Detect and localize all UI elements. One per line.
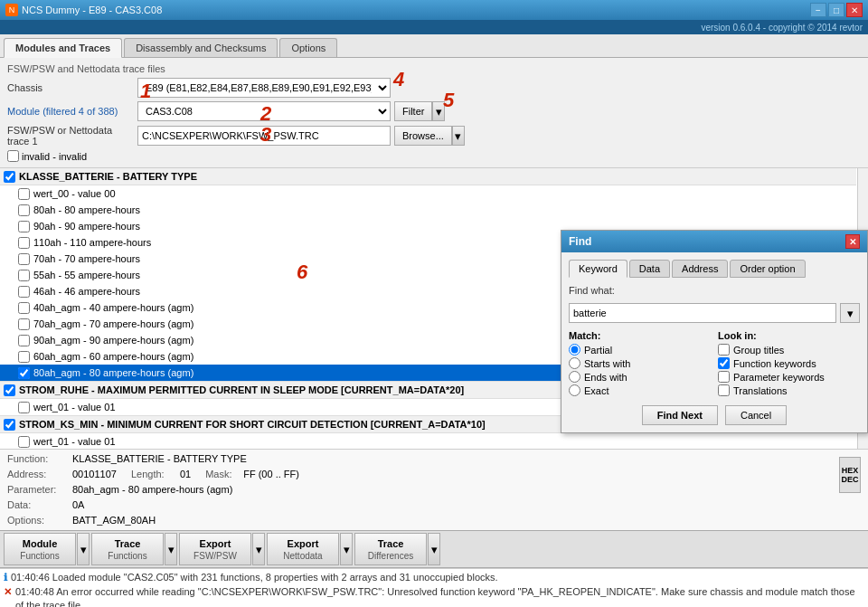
module-functions-button[interactable]: Module Functions <box>4 533 76 565</box>
module-functions-dropdown[interactable]: ▾ <box>77 533 90 565</box>
wert00-checkbox[interactable] <box>18 188 30 200</box>
info-mask-row: Mask: FF (00 .. FF) <box>205 467 299 482</box>
export-netto-line1: Export <box>288 538 319 549</box>
find-next-button[interactable]: Find Next <box>642 405 718 425</box>
data-label: Data: <box>7 498 69 513</box>
find-tab-address[interactable]: Address <box>672 260 728 278</box>
match-ends-row: Ends with <box>569 371 711 383</box>
top-section: FSW/PSW and Nettodata trace files Chassi… <box>0 58 868 168</box>
46ah-checkbox[interactable] <box>18 286 30 298</box>
mask-label: Mask: <box>205 467 240 482</box>
find-title-bar: Find ✕ <box>561 231 867 252</box>
wert01-strom-checkbox[interactable] <box>18 402 30 413</box>
function-label: Function: <box>7 451 69 467</box>
hex-dec-button[interactable]: HEX DEC <box>839 457 861 493</box>
log-entry: ✕ 01:40:48 An error occurred while readi… <box>4 585 864 607</box>
110ah-checkbox[interactable] <box>18 237 30 249</box>
lookin-parameter-checkbox[interactable] <box>718 371 730 383</box>
invalid-checkbox[interactable] <box>7 150 19 162</box>
wert01-ks-min-checkbox[interactable] <box>18 436 30 448</box>
klasse-batterie-label: KLASSE_BATTERIE - BATTERY TYPE <box>19 169 197 184</box>
90ah-checkbox[interactable] <box>18 221 30 232</box>
data-value: 0A <box>72 498 84 513</box>
chassis-select[interactable]: E89 (E81,E82,E84,E87,E88,E89,E90,E91,E92… <box>137 78 391 98</box>
trace-functions-button[interactable]: Trace Functions <box>91 533 164 565</box>
70ah-agm-checkbox[interactable] <box>18 318 30 330</box>
export-netto-line2: Nettodata <box>283 551 322 561</box>
55ah-checkbox[interactable] <box>18 270 30 281</box>
match-ends-label: Ends with <box>584 372 627 383</box>
match-ends-radio[interactable] <box>569 371 580 383</box>
list-item[interactable]: KLASSE_BATTERIE - BATTERY TYPE <box>0 168 856 185</box>
find-what-input[interactable] <box>569 303 836 323</box>
export-fsw-dropdown[interactable]: ▾ <box>252 533 265 565</box>
find-close-button[interactable]: ✕ <box>845 234 860 249</box>
lookin-group-row: Group titles <box>718 344 860 356</box>
lookin-translations-checkbox[interactable] <box>718 384 730 396</box>
lookin-parameter-label: Parameter keywords <box>733 372 825 383</box>
list-item[interactable]: 80ah - 80 ampere-hours <box>0 202 856 218</box>
module-functions-line1: Module <box>23 538 58 549</box>
address-label: Address: <box>7 467 69 482</box>
version-bar: version 0.6.0.4 - copyright © 2014 revto… <box>0 20 868 34</box>
log-area: ℹ 01:40:46 Loaded module "CAS2.C05" with… <box>0 568 868 607</box>
80ah-checkbox[interactable] <box>18 204 30 216</box>
find-dropdown-btn[interactable]: ▾ <box>840 303 860 323</box>
filter-button[interactable]: Filter <box>394 101 432 121</box>
lookin-function-checkbox[interactable] <box>718 357 730 369</box>
export-netto-dropdown[interactable]: ▾ <box>340 533 353 565</box>
module-select[interactable]: CAS3.C08 <box>137 101 391 121</box>
klasse-batterie-checkbox[interactable] <box>4 171 15 183</box>
list-item[interactable]: wert_01 - value 01 <box>0 433 856 449</box>
module-functions-line2: Functions <box>20 551 59 561</box>
find-tab-data[interactable]: Data <box>629 260 670 278</box>
match-starts-radio[interactable] <box>569 357 580 369</box>
find-content: Keyword Data Address Order option Find w… <box>561 252 867 432</box>
module-row: Module (filtered 4 of 388) CAS3.C08 Filt… <box>7 101 861 121</box>
lookin-function-label: Function keywords <box>733 358 816 369</box>
find-tab-keyword[interactable]: Keyword <box>569 260 627 278</box>
minimize-button[interactable]: − <box>810 3 826 17</box>
40ah-agm-checkbox[interactable] <box>18 302 30 314</box>
strom-ks-min-checkbox[interactable] <box>4 419 15 431</box>
title-bar: N NCS Dummy - E89 - CAS3.C08 − □ ✕ <box>0 0 868 20</box>
lookin-translations-label: Translations <box>733 385 788 396</box>
tab-disassembly[interactable]: Disassembly and Checksums <box>124 38 278 57</box>
close-button[interactable]: ✕ <box>846 3 863 17</box>
cancel-button[interactable]: Cancel <box>725 405 787 425</box>
tab-modules-traces[interactable]: Modules and Traces <box>4 38 122 58</box>
find-tabs: Keyword Data Address Order option <box>569 260 860 278</box>
module-label: Module (filtered 4 of 388) <box>7 106 134 117</box>
90ah-agm-checkbox[interactable] <box>18 335 30 346</box>
strom-ruhe-checkbox[interactable] <box>4 384 15 396</box>
invalid-checkbox-label[interactable]: invalid - invalid <box>7 150 87 162</box>
tab-options[interactable]: Options <box>279 38 337 57</box>
info-parameter-row: Parameter: 80ah_agm - 80 ampere-hours (a… <box>7 482 861 498</box>
export-fsw-button[interactable]: Export FSW/PSW <box>179 533 251 565</box>
info-section: Function: KLASSE_BATTERIE - BATTERY TYPE… <box>0 449 868 530</box>
maximize-button[interactable]: □ <box>828 3 844 17</box>
browse-button[interactable]: Browse... <box>394 126 452 146</box>
match-partial-row: Partial <box>569 344 711 356</box>
list-item[interactable]: wert_00 - value 00 <box>0 185 856 202</box>
lookin-translations-row: Translations <box>718 384 860 396</box>
lookin-parameter-row: Parameter keywords <box>718 371 860 383</box>
60ah-agm-checkbox[interactable] <box>18 351 30 363</box>
70ah-checkbox[interactable] <box>18 253 30 265</box>
match-exact-radio[interactable] <box>569 384 580 396</box>
trace-diff-dropdown[interactable]: ▾ <box>428 533 440 565</box>
options-label: Options: <box>7 513 69 528</box>
80ah-agm-checkbox[interactable] <box>18 367 30 379</box>
trace-input[interactable] <box>137 126 391 146</box>
trace-diff-button[interactable]: Trace Differences <box>354 533 427 565</box>
lookin-group-checkbox[interactable] <box>718 344 730 356</box>
filter-dropdown[interactable]: ▾ <box>432 101 445 121</box>
trace-functions-line2: Functions <box>108 551 146 561</box>
browse-dropdown[interactable]: ▾ <box>452 126 465 146</box>
find-tab-order[interactable]: Order option <box>730 260 805 278</box>
app-icon: N <box>5 4 18 16</box>
trace-functions-dropdown[interactable]: ▾ <box>165 533 177 565</box>
match-partial-radio[interactable] <box>569 344 580 356</box>
export-netto-button[interactable]: Export Nettodata <box>267 533 339 565</box>
log-info-icon: ℹ <box>4 571 7 584</box>
